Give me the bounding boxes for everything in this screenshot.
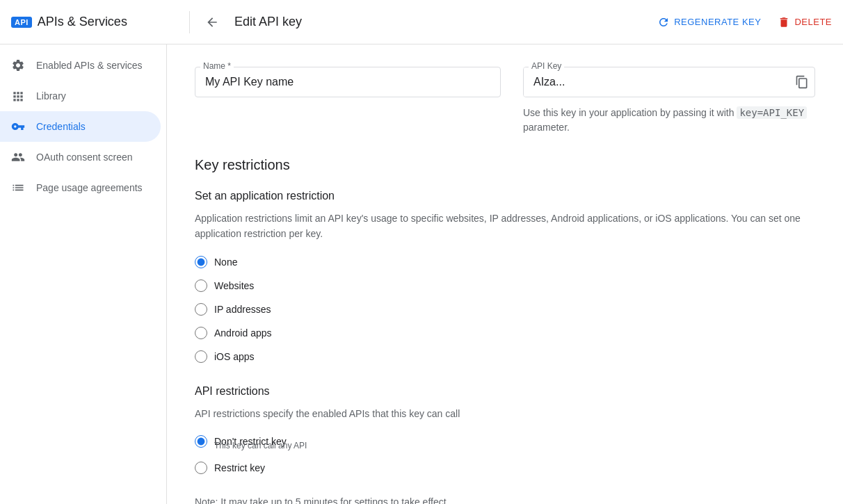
top-header: API APIs & Services Edit API key REGENER… xyxy=(0,0,843,44)
sidebar-item-credentials-label: Credentials xyxy=(36,121,86,132)
sidebar-item-page-usage-label: Page usage agreements xyxy=(36,182,143,193)
api-restriction-desc: API restrictions specify the enabled API… xyxy=(195,406,815,421)
key-hint-suffix: parameter. xyxy=(523,122,570,133)
name-label: Name * xyxy=(200,61,234,71)
app-logo: API APIs & Services xyxy=(11,15,178,29)
radio-websites-label: Websites xyxy=(214,280,254,291)
key-field-group: API Key Use this key in your application… xyxy=(523,67,815,135)
radio-android-input[interactable] xyxy=(195,327,207,339)
name-field-wrapper: Name * xyxy=(195,67,501,97)
note-text: Note: It may take up to 5 minutes for se… xyxy=(195,496,815,504)
name-field-group: Name * xyxy=(195,67,501,135)
radio-ios-apps[interactable]: iOS apps xyxy=(195,350,815,363)
app-restriction-subsection: Set an application restriction Applicati… xyxy=(195,190,815,363)
sidebar-item-library[interactable]: Library xyxy=(0,81,161,111)
list-icon xyxy=(11,181,25,195)
delete-label: DELETE xyxy=(794,17,832,27)
content-area: Name * API Key Use this key in your xyxy=(167,44,843,504)
regenerate-key-label: REGENERATE KEY xyxy=(674,17,761,27)
sidebar-item-oauth-consent[interactable]: OAuth consent screen xyxy=(0,142,161,172)
app-restriction-radio-group: None Websites IP addresses Android apps xyxy=(195,256,815,363)
page-title: Edit API key xyxy=(234,15,302,29)
radio-restrict-key-label: Restrict key xyxy=(214,462,265,473)
radio-restrict-key-input[interactable] xyxy=(195,462,207,474)
api-restriction-subsection: API restrictions API restrictions specif… xyxy=(195,385,815,474)
radio-ip-label: IP addresses xyxy=(214,304,271,315)
sidebar: Enabled APIs & services Library Credenti… xyxy=(0,44,167,504)
radio-android-label: Android apps xyxy=(214,327,272,339)
key-input[interactable] xyxy=(524,67,789,97)
key-restrictions-section: Key restrictions Set an application rest… xyxy=(195,157,815,474)
back-button[interactable] xyxy=(201,11,223,33)
api-radio-dont-restrict-group: Don't restrict key This key can call any… xyxy=(195,435,815,450)
radio-ip-input[interactable] xyxy=(195,303,207,316)
radio-dont-restrict-sublabel: This key can call any API xyxy=(214,441,815,450)
key-input-wrapper xyxy=(523,67,815,97)
key-hint-text: Use this key in your application by pass… xyxy=(523,107,737,118)
main-layout: Enabled APIs & services Library Credenti… xyxy=(0,44,843,504)
api-restriction-radio-group: Don't restrict key This key can call any… xyxy=(195,435,815,474)
key-label: API Key xyxy=(529,61,564,71)
name-input[interactable] xyxy=(195,67,501,97)
radio-ip-addresses[interactable]: IP addresses xyxy=(195,303,815,316)
sidebar-item-enabled-apis-label: Enabled APIs & services xyxy=(36,60,143,71)
sidebar-item-oauth-consent-label: OAuth consent screen xyxy=(36,152,133,163)
header-actions: REGENERATE KEY DELETE xyxy=(657,16,832,29)
radio-ios-label: iOS apps xyxy=(214,351,255,362)
app-restriction-title: Set an application restriction xyxy=(195,190,815,202)
key-icon xyxy=(11,120,25,133)
api-logo-badge: API xyxy=(11,17,32,28)
radio-none-input[interactable] xyxy=(195,256,207,268)
regenerate-key-button[interactable]: REGENERATE KEY xyxy=(657,16,761,29)
key-hint-code: key=API_KEY xyxy=(737,106,807,119)
radio-websites[interactable]: Websites xyxy=(195,279,815,292)
app-restriction-desc: Application restrictions limit an API ke… xyxy=(195,211,815,242)
radio-dont-restrict-input[interactable] xyxy=(195,435,207,448)
delete-button[interactable]: DELETE xyxy=(778,16,832,29)
sidebar-item-library-label: Library xyxy=(36,90,66,101)
copy-key-button[interactable] xyxy=(789,70,814,95)
api-logo-text: APIs & Services xyxy=(38,15,127,29)
key-field-wrapper: API Key xyxy=(523,67,815,97)
radio-android-apps[interactable]: Android apps xyxy=(195,327,815,339)
sidebar-item-credentials[interactable]: Credentials xyxy=(0,111,161,142)
radio-none-label: None xyxy=(214,257,237,268)
radio-none[interactable]: None xyxy=(195,256,815,268)
radio-websites-input[interactable] xyxy=(195,279,207,292)
header-divider xyxy=(189,11,190,33)
fields-row: Name * API Key Use this key in your xyxy=(195,67,815,135)
key-hint: Use this key in your application by pass… xyxy=(523,106,815,135)
sidebar-item-page-usage[interactable]: Page usage agreements xyxy=(0,172,161,203)
radio-restrict-key[interactable]: Restrict key xyxy=(195,462,815,474)
people-icon xyxy=(11,150,25,164)
grid-icon xyxy=(11,89,25,103)
radio-ios-input[interactable] xyxy=(195,350,207,363)
gear-icon xyxy=(11,58,25,72)
api-restriction-title: API restrictions xyxy=(195,385,815,398)
sidebar-item-enabled-apis[interactable]: Enabled APIs & services xyxy=(0,50,161,81)
key-restrictions-title: Key restrictions xyxy=(195,157,815,173)
